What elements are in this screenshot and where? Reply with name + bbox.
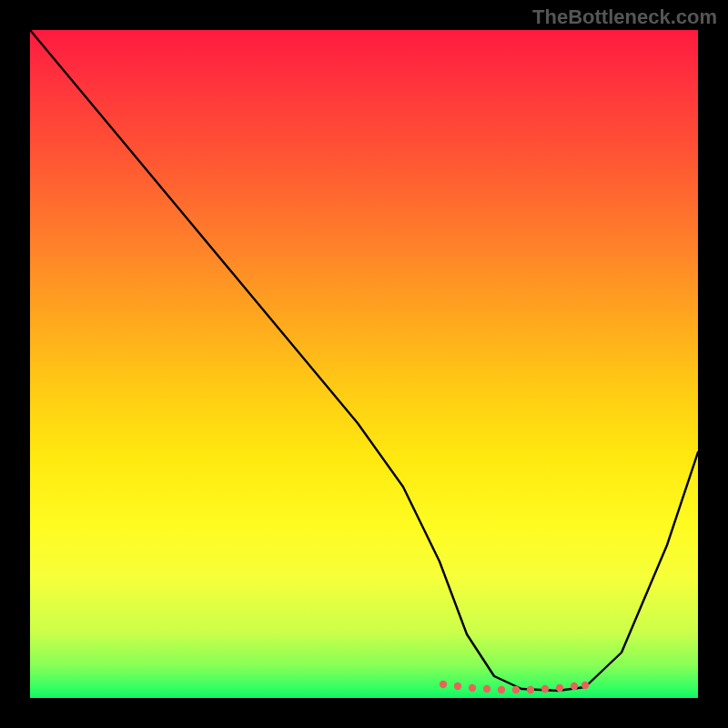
watermark-text: TheBottleneck.com [532, 5, 717, 29]
marker-dot [556, 684, 563, 692]
curve-line [30, 30, 698, 691]
chart-svg [30, 30, 698, 698]
marker-dot [512, 686, 520, 693]
marker-dot [454, 682, 461, 690]
marker-band-group [440, 681, 589, 693]
chart-plot-area [30, 30, 698, 698]
marker-dot [469, 684, 476, 692]
marker-dot [498, 686, 505, 693]
marker-dot [483, 685, 490, 693]
marker-dot [527, 686, 534, 693]
marker-dot [581, 682, 589, 689]
marker-dot [571, 682, 578, 690]
marker-dot [541, 685, 549, 693]
marker-dot [440, 681, 447, 688]
